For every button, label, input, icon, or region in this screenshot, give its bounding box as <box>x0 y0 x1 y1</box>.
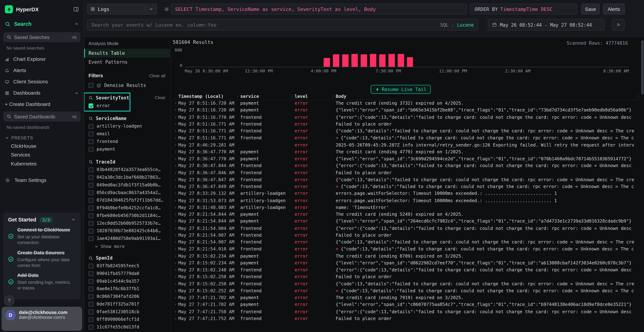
histogram-bar[interactable] <box>370 54 376 67</box>
filter-value-row[interactable]: 0f94b9befe0b4252ccfa1c8… <box>84 204 170 212</box>
expand-row-icon[interactable]: › <box>173 101 178 106</box>
expand-row-icon[interactable]: › <box>173 128 178 134</box>
expand-row-icon[interactable]: › <box>173 136 178 140</box>
sidebar-collapse-icon[interactable] <box>73 6 79 12</box>
filter-value-checkbox[interactable] <box>88 175 94 180</box>
filter-value-checkbox[interactable] <box>88 279 94 284</box>
log-row[interactable]: ›May 27 8:33:29.132 AMartillery-loadgene… <box>173 190 642 197</box>
expand-row-icon[interactable]: › <box>173 219 178 224</box>
histogram-bar[interactable] <box>398 54 404 67</box>
histogram-bar[interactable] <box>407 57 413 67</box>
expand-row-icon[interactable]: › <box>173 267 178 272</box>
vertical-scrollbar[interactable] <box>641 38 644 332</box>
expand-row-icon[interactable]: › <box>173 114 178 120</box>
filter-group-clear-button[interactable]: Clear <box>155 95 166 100</box>
log-row[interactable]: ›May 27 8:51:16.771 AMfrontenderror×{"co… <box>173 134 642 142</box>
filter-value-row[interactable]: email <box>84 130 170 138</box>
expand-row-icon[interactable]: › <box>173 309 178 314</box>
expand-row-icon[interactable]: › <box>173 295 178 300</box>
filter-value-row[interactable]: 042a30c3dc1baf660b27863… <box>84 174 170 181</box>
expand-row-icon[interactable]: › <box>173 122 178 127</box>
filter-value-row[interactable]: 1ae42480d758e9ab91193a1… <box>84 235 170 242</box>
expand-row-icon[interactable]: › <box>173 163 178 168</box>
filter-value-row[interactable]: 09041fb457779da0 <box>84 270 170 278</box>
log-row[interactable]: ›May 27 8:51:16.720 AMpaymenterrorThe cr… <box>173 100 642 107</box>
order-by-input[interactable]: ORDER BY TimestampTime DESC <box>470 4 577 14</box>
filter-value-checkbox[interactable] <box>88 309 94 314</box>
filter-value-row[interactable]: 0c0667304fafd206 <box>84 293 170 300</box>
filter-value-row[interactable]: 11c67fe55c0d13fd <box>84 323 170 331</box>
column-header-timestamp[interactable]: Timestamp (Local) <box>178 94 235 99</box>
expand-row-icon[interactable]: › <box>173 212 178 217</box>
filter-value-checkbox[interactable] <box>88 236 94 241</box>
resume-live-tail-button[interactable]: Resume Live Tail <box>370 85 431 94</box>
histogram-bar[interactable] <box>342 54 348 67</box>
sidebar-item-client-sessions[interactable]: Client Sessions <box>0 76 84 87</box>
expand-row-icon[interactable]: › <box>173 254 178 259</box>
log-row[interactable]: ›May 27 8:51:16.770 AMfrontenderror{"err… <box>173 114 642 121</box>
log-row[interactable]: ›May 27 7:47:21.752 AMfrontenderrorFaile… <box>173 315 642 322</box>
column-header-service[interactable]: service <box>240 94 289 99</box>
filter-value-row[interactable]: 18287038b73e882425c64b8… <box>84 227 170 235</box>
create-dashboard-button[interactable]: + Create Dashboard <box>0 98 84 110</box>
source-select[interactable]: Logs <box>87 4 157 14</box>
log-row[interactable]: ›May 27 8:36:47.846 AMfrontenderrorFaile… <box>173 169 642 176</box>
filter-value-checkbox[interactable] <box>88 190 94 195</box>
histogram-bar[interactable] <box>324 58 330 67</box>
filter-value-row[interactable]: payment <box>84 145 170 153</box>
log-row[interactable]: ›May 27 8:51:16.720 AMpaymenterror{"leve… <box>173 107 642 114</box>
expand-row-icon[interactable]: › <box>173 316 178 321</box>
expand-row-icon[interactable]: › <box>173 246 178 252</box>
log-row[interactable]: ›May 27 7:47:21.750 AMfrontenderror{"err… <box>173 308 642 315</box>
column-separator-icon[interactable]: ⋮ <box>289 94 295 99</box>
expand-row-icon[interactable]: › <box>173 191 178 196</box>
get-started-item[interactable]: Add DataStart sending logs, metrics, or … <box>8 272 76 291</box>
column-header-body[interactable]: Body <box>336 94 634 99</box>
expand-row-icon[interactable]: › <box>173 302 178 307</box>
filter-value-checkbox[interactable] <box>88 317 94 322</box>
filter-value-row[interactable]: 12ec8dd52b60b9525733b7e… <box>84 219 170 227</box>
filter-value-checkbox[interactable] <box>88 147 94 152</box>
filter-value-row[interactable]: 09ab1c4544c9a357 <box>84 277 170 285</box>
log-row[interactable]: ›May 27 8:21:54.907 AMfrontenderror{"cod… <box>173 238 642 246</box>
log-row[interactable]: ›May 27 8:21:54.910 AMfrontenderror×{"co… <box>173 246 642 252</box>
filter-value-checkbox[interactable] <box>88 124 94 128</box>
log-row[interactable]: ›May 27 7:47:21.702 AMpaymenterrorThe cr… <box>173 294 642 301</box>
expand-row-icon[interactable]: › <box>173 170 178 175</box>
log-row[interactable]: ›May 27 8:36:47.770 AMpaymenterror{"leve… <box>173 156 642 162</box>
log-row[interactable]: ›May 27 8:15:02.248 AMfrontenderror{"err… <box>173 266 642 274</box>
filter-value-row[interactable]: 0ae8e1f6c6b37fb1 <box>84 285 170 293</box>
saved-searches-button[interactable]: Saved Searches ⌘K <box>3 32 80 42</box>
filter-value-checkbox[interactable] <box>88 132 94 136</box>
column-separator-icon[interactable]: ⋮ <box>235 94 240 99</box>
sidebar-item-team-settings[interactable]: Team Settings <box>0 175 84 186</box>
log-row[interactable]: ›May 27 8:36:47.847 AMfrontenderror{"cod… <box>173 176 642 183</box>
histogram-bar[interactable] <box>360 54 367 67</box>
filter-value-row[interactable]: 056cd9acbaac8637a4354a2… <box>84 189 170 196</box>
log-row[interactable]: ›May 27 8:51:16.771 AMfrontenderror{"cod… <box>173 128 642 134</box>
filter-value-row[interactable]: 03f7b824595feec5 <box>84 262 170 270</box>
run-query-button[interactable] <box>612 19 625 30</box>
log-row[interactable]: ›May 27 8:51:16.771 AMfrontenderrorFaile… <box>173 120 642 128</box>
expand-row-icon[interactable]: › <box>173 288 178 293</box>
filter-value-checkbox[interactable] <box>88 228 94 233</box>
log-row[interactable]: ›May 27 8:36:47.770 AMpaymenterrorThe cr… <box>173 148 642 156</box>
help-button[interactable]: ? <box>4 296 15 306</box>
filter-value-checkbox[interactable] <box>88 182 94 187</box>
user-menu[interactable]: D dale@clickhouse.com dale@clickhouse.co… <box>2 307 82 331</box>
search-input[interactable]: Search your events w/ Lucene ex. column:… <box>87 19 478 30</box>
get-started-item[interactable]: Create Data SourcesConfigure where your … <box>8 250 76 268</box>
scrollbar-thumb[interactable] <box>641 40 644 95</box>
log-row[interactable]: ›May 27 8:46:29.281 AMerror2025-05-26T09… <box>173 142 642 148</box>
filter-value-row[interactable]: error <box>84 102 170 110</box>
expand-row-icon[interactable]: › <box>173 198 178 203</box>
select-columns-input[interactable]: SELECT Timestamp, ServiceName as service… <box>171 4 467 14</box>
expand-row-icon[interactable]: › <box>173 142 178 148</box>
filter-value-checkbox[interactable] <box>88 264 94 268</box>
log-row[interactable]: ›May 27 8:36:47.849 AMfrontenderror×{"co… <box>173 183 642 190</box>
histogram-bar[interactable] <box>333 54 339 67</box>
filter-value-checkbox[interactable] <box>88 325 94 330</box>
filter-value-checkbox[interactable] <box>88 198 94 203</box>
log-row[interactable]: ›May 27 8:15:02.234 AMpaymenterror{"leve… <box>173 260 642 266</box>
preset-clickhouse[interactable]: ClickHouse <box>0 142 84 150</box>
